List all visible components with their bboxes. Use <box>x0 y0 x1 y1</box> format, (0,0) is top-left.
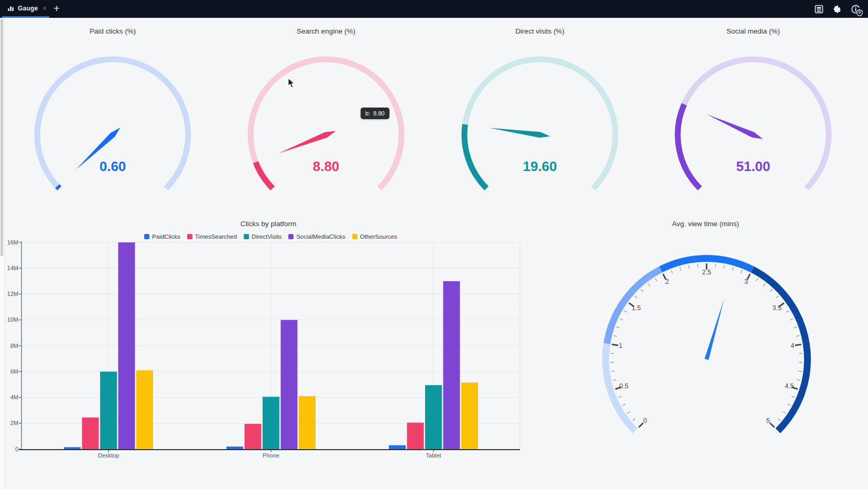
y-tick-label: 16M <box>0 239 18 246</box>
minor-tick <box>790 318 794 320</box>
gauge-title-direct-visits: Direct visits (%) <box>515 27 565 35</box>
y-tick-label: 6M <box>0 368 18 375</box>
bar-socialmediaclicks-desktop[interactable] <box>118 242 135 449</box>
bar-timessearched-tablet[interactable] <box>407 423 424 449</box>
bar-socialmediaclicks-tablet[interactable] <box>443 281 460 449</box>
avg-gauge-title: Avg. view time (mins) <box>672 220 739 228</box>
minor-tick <box>633 419 635 421</box>
bar-directvisits-tablet[interactable] <box>425 385 442 449</box>
scale-tick-label: 4 <box>790 342 794 349</box>
minor-tick <box>791 396 795 398</box>
y-tick-label: 10M <box>0 316 18 323</box>
bar-socialmediaclicks-phone[interactable] <box>281 320 298 449</box>
scale-tick-label: 1 <box>619 342 623 349</box>
scale-tick-label: 2.5 <box>702 269 711 276</box>
major-tick <box>612 344 618 345</box>
minor-tick <box>715 264 716 267</box>
bar-othersources-phone[interactable] <box>299 396 316 449</box>
x-category-label: Desktop <box>98 452 119 459</box>
minor-tick <box>776 296 778 298</box>
mouse-cursor <box>288 78 296 89</box>
gauge-needle <box>707 114 763 139</box>
gauge-value-direct-visits: 19.60 <box>523 158 557 175</box>
legend-item-othersources[interactable]: OtherSources <box>352 233 397 240</box>
scale-tick-label: 2 <box>665 278 669 285</box>
dashboard-window: Gauge × + <box>0 0 868 489</box>
bar-chart-title: Clicks by platform <box>241 220 297 228</box>
minor-tick <box>798 371 801 371</box>
scale-tick-label: 5 <box>766 417 770 424</box>
minor-tick <box>724 265 724 268</box>
bar-timessearched-desktop[interactable] <box>82 418 99 449</box>
bar-othersources-desktop[interactable] <box>136 370 153 449</box>
avg-gauge-needle <box>704 299 724 360</box>
gauge-progress-arc[interactable] <box>464 124 486 188</box>
x-category-label: Tablet <box>426 452 441 459</box>
y-tick-label: 0 <box>0 446 18 452</box>
minor-tick <box>732 267 733 270</box>
scale-tick-label: 3.5 <box>773 304 782 312</box>
minor-tick <box>756 278 758 281</box>
bar-chart-legend: PaidClicksTimesSearchedDirectVisitsSocia… <box>21 233 520 240</box>
y-tick-label: 2M <box>0 420 18 426</box>
minor-tick <box>770 290 772 292</box>
gauge-progress-arc[interactable] <box>678 104 700 188</box>
legend-label: DirectVisits <box>252 233 281 240</box>
minor-tick <box>797 380 800 380</box>
legend-label: OtherSources <box>360 233 397 240</box>
legend-swatch <box>244 234 249 239</box>
bar-timessearched-phone[interactable] <box>245 424 262 449</box>
gauge-progress-arc[interactable] <box>57 186 59 188</box>
gauge-value-paid-clicks: 0.60 <box>100 158 126 175</box>
gauge-progress-arc[interactable] <box>256 162 273 188</box>
minor-tick <box>671 270 672 273</box>
major-tick <box>639 423 643 427</box>
minor-tick <box>619 396 622 398</box>
minor-tick <box>611 371 614 371</box>
legend-label: TimesSearched <box>195 233 237 240</box>
scale-tick-label: 1.5 <box>632 304 641 312</box>
major-tick <box>770 423 774 427</box>
y-tick-label: 14M <box>0 265 18 271</box>
gauge-value-search-engine: 8.80 <box>313 158 340 175</box>
minor-tick <box>796 335 799 336</box>
bar-othersources-tablet[interactable] <box>461 382 478 449</box>
y-tick-label: 4M <box>0 394 18 400</box>
legend-swatch <box>352 234 357 239</box>
minor-tick <box>786 311 789 312</box>
gauge-needle <box>279 131 336 153</box>
scale-tick-label: 3 <box>744 278 748 285</box>
bar-directvisits-phone[interactable] <box>263 397 279 449</box>
y-tick-label: 12M <box>0 291 18 297</box>
minor-tick <box>620 318 623 320</box>
scale-band-segment[interactable] <box>752 269 807 431</box>
bar-directvisits-desktop[interactable] <box>100 371 117 449</box>
gauge-title-search-engine: Search engine (%) <box>297 27 355 35</box>
major-tick <box>795 344 801 345</box>
minor-tick <box>623 404 626 406</box>
minor-tick <box>614 335 617 336</box>
legend-label: PaidClicks <box>152 233 180 240</box>
bar-paidclicks-tablet[interactable] <box>389 445 406 449</box>
legend-item-socialmediaclicks[interactable]: SocialMediaClicks <box>288 233 345 240</box>
minor-tick <box>741 270 742 273</box>
minor-tick <box>794 327 797 328</box>
minor-tick <box>624 311 627 312</box>
bar-paidclicks-desktop[interactable] <box>64 447 81 449</box>
gauge-needle <box>490 128 550 138</box>
bar-paidclicks-phone[interactable] <box>226 447 243 449</box>
legend-swatch <box>144 234 149 239</box>
minor-tick <box>635 296 637 298</box>
hover-tooltip: b: 8.80 <box>361 108 389 119</box>
minor-tick <box>763 283 765 286</box>
scale-tick-label: 0.5 <box>619 382 628 390</box>
legend-item-directvisits[interactable]: DirectVisits <box>244 233 281 240</box>
minor-tick <box>783 411 786 413</box>
minor-tick <box>616 327 620 328</box>
legend-item-paidclicks[interactable]: PaidClicks <box>144 233 180 240</box>
legend-swatch <box>187 234 192 239</box>
minor-tick <box>627 411 630 413</box>
scale-tick-label: 4.5 <box>785 382 794 390</box>
legend-label: SocialMediaClicks <box>296 233 345 240</box>
legend-item-timessearched[interactable]: TimesSearched <box>187 233 237 240</box>
